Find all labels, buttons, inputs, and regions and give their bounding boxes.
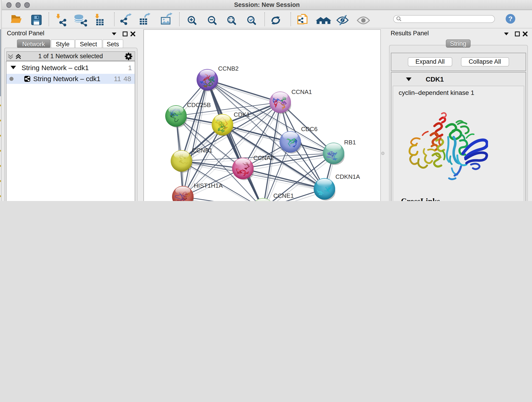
svg-text:CDC6: CDC6 [301, 125, 317, 132]
svg-text:CCNA1: CCNA1 [291, 88, 312, 95]
svg-text:RB1: RB1 [344, 139, 355, 146]
svg-text:CDKN1A: CDKN1A [335, 173, 360, 180]
svg-text:HIST1H1A: HIST1H1A [194, 182, 223, 189]
svg-text:CCNB1: CCNB1 [192, 147, 212, 153]
svg-text:CCNA2: CCNA2 [253, 154, 273, 161]
svg-text:CDK1: CDK1 [234, 111, 249, 118]
svg-text:CCNB2: CCNB2 [218, 65, 238, 72]
svg-text:?: ? [508, 15, 513, 22]
svg-text:CCNE1: CCNE1 [273, 192, 293, 199]
svg-text:CDC25B: CDC25B [187, 101, 210, 108]
